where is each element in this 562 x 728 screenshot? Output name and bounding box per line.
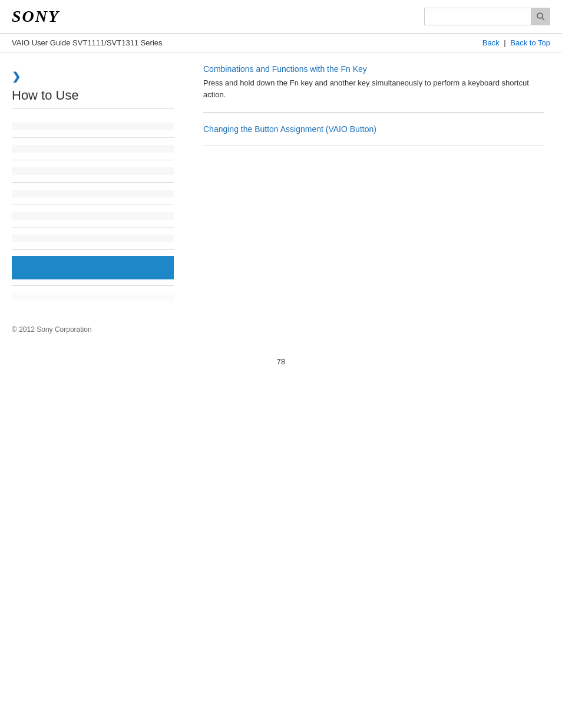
breadcrumb-arrow: ❯ xyxy=(12,70,174,83)
section-title: How to Use xyxy=(12,88,174,108)
content-area: Combinations and Functions with the Fn K… xyxy=(186,52,562,314)
guide-title: VAIO User Guide SVT1111/SVT1311 Series xyxy=(12,38,163,47)
search-icon xyxy=(536,12,546,21)
list-item[interactable] xyxy=(12,116,174,138)
svg-point-0 xyxy=(537,13,543,18)
sidebar-nav xyxy=(12,116,174,250)
sidebar: ❯ How to Use xyxy=(0,52,186,314)
list-item[interactable] xyxy=(12,205,174,228)
search-box xyxy=(424,8,550,25)
sidebar-item-placeholder xyxy=(12,212,174,220)
search-input[interactable] xyxy=(425,8,531,25)
vaio-button-link[interactable]: Changing the Button Assignment (VAIO But… xyxy=(203,124,376,134)
main-content: ❯ How to Use xyxy=(0,52,562,314)
sidebar-highlight[interactable] xyxy=(12,256,174,279)
sidebar-extra-link xyxy=(12,285,174,301)
fn-key-link[interactable]: Combinations and Functions with the Fn K… xyxy=(203,64,367,74)
sidebar-item-placeholder xyxy=(12,190,174,197)
back-link[interactable]: Back xyxy=(482,38,500,47)
back-to-top-link[interactable]: Back to Top xyxy=(510,38,550,47)
svg-line-1 xyxy=(542,18,544,20)
content-section-1: Combinations and Functions with the Fn K… xyxy=(203,64,544,100)
footer: © 2012 Sony Corporation xyxy=(0,314,562,345)
list-item[interactable] xyxy=(12,228,174,250)
list-item[interactable] xyxy=(12,138,174,160)
content-divider-1 xyxy=(203,112,544,113)
nav-separator: | xyxy=(504,38,505,47)
subheader: VAIO User Guide SVT1111/SVT1311 Series B… xyxy=(0,34,562,52)
sony-logo: SONY xyxy=(12,7,59,26)
fn-key-description: Press and hold down the Fn key and anoth… xyxy=(203,77,544,100)
list-item[interactable] xyxy=(12,183,174,205)
content-section-2: Changing the Button Assignment (VAIO But… xyxy=(203,124,544,134)
header: SONY xyxy=(0,0,562,34)
page-number: 78 xyxy=(0,345,562,378)
sidebar-item-placeholder xyxy=(12,123,174,130)
sidebar-item-placeholder xyxy=(12,145,174,153)
sidebar-item-placeholder xyxy=(12,167,174,175)
sidebar-item-placeholder xyxy=(12,235,174,242)
search-button[interactable] xyxy=(531,8,550,25)
copyright: © 2012 Sony Corporation xyxy=(12,325,92,334)
list-item[interactable] xyxy=(12,160,174,183)
sidebar-extra-placeholder xyxy=(12,293,174,301)
content-divider-2 xyxy=(203,146,544,146)
nav-links: Back | Back to Top xyxy=(482,38,550,47)
